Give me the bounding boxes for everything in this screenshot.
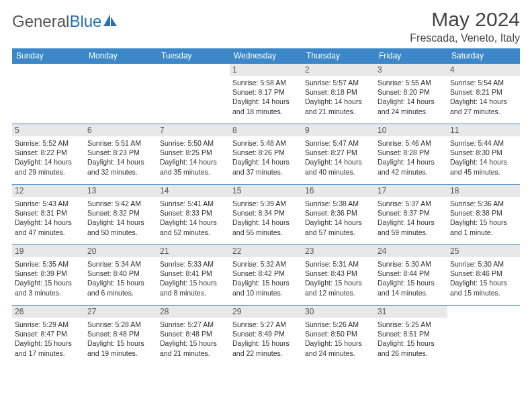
day-number: 9	[302, 124, 375, 136]
day-number: 21	[157, 245, 230, 257]
day-info: Sunrise: 5:28 AMSunset: 8:48 PMDaylight:…	[87, 320, 154, 358]
day-number: 24	[375, 245, 447, 257]
day-number: 5	[12, 124, 85, 136]
day-cell: 5Sunrise: 5:52 AMSunset: 8:22 PMDaylight…	[12, 124, 85, 185]
day-number: 16	[302, 185, 375, 197]
day-info: Sunrise: 5:54 AMSunset: 8:21 PMDaylight:…	[450, 78, 517, 116]
day-number: 13	[85, 185, 157, 197]
day-header: Tuesday	[157, 48, 230, 64]
day-cell: 21Sunrise: 5:33 AMSunset: 8:41 PMDayligh…	[157, 245, 230, 306]
day-number: 15	[230, 185, 302, 197]
week-row: 5Sunrise: 5:52 AMSunset: 8:22 PMDaylight…	[12, 124, 520, 185]
day-info: Sunrise: 5:33 AMSunset: 8:41 PMDaylight:…	[160, 259, 227, 298]
header: GeneralBlue May 2024 Frescada, Veneto, I…	[12, 8, 520, 44]
day-info: Sunrise: 5:47 AMSunset: 8:27 PMDaylight:…	[305, 138, 372, 177]
month-title: May 2024	[410, 8, 520, 31]
day-cell: 6Sunrise: 5:51 AMSunset: 8:23 PMDaylight…	[85, 124, 157, 185]
day-info: Sunrise: 5:27 AMSunset: 8:49 PMDaylight:…	[232, 320, 300, 358]
day-number: 17	[375, 185, 447, 197]
day-cell: 28Sunrise: 5:27 AMSunset: 8:48 PMDayligh…	[157, 306, 230, 366]
day-cell: 31Sunrise: 5:25 AMSunset: 8:51 PMDayligh…	[375, 306, 447, 366]
day-cell: 7Sunrise: 5:50 AMSunset: 8:25 PMDaylight…	[157, 124, 230, 185]
day-info: Sunrise: 5:31 AMSunset: 8:43 PMDaylight:…	[305, 259, 372, 298]
day-header: Thursday	[302, 48, 375, 64]
day-number: 22	[230, 245, 302, 257]
day-info: Sunrise: 5:39 AMSunset: 8:34 PMDaylight:…	[232, 199, 300, 237]
calendar-table: Sunday Monday Tuesday Wednesday Thursday…	[12, 48, 520, 366]
day-cell: 29Sunrise: 5:27 AMSunset: 8:49 PMDayligh…	[230, 306, 302, 366]
day-number: 18	[447, 185, 520, 197]
day-cell: 14Sunrise: 5:41 AMSunset: 8:33 PMDayligh…	[157, 185, 230, 245]
day-info: Sunrise: 5:48 AMSunset: 8:26 PMDaylight:…	[232, 138, 300, 177]
day-cell: .	[447, 306, 520, 366]
day-info: Sunrise: 5:44 AMSunset: 8:30 PMDaylight:…	[450, 138, 517, 177]
day-info: Sunrise: 5:50 AMSunset: 8:25 PMDaylight:…	[160, 138, 227, 177]
day-cell: 2Sunrise: 5:57 AMSunset: 8:18 PMDaylight…	[302, 64, 375, 124]
day-info: Sunrise: 5:42 AMSunset: 8:32 PMDaylight:…	[87, 199, 154, 237]
day-info: Sunrise: 5:58 AMSunset: 8:17 PMDaylight:…	[232, 78, 300, 116]
day-number: 23	[302, 245, 375, 257]
day-info: Sunrise: 5:34 AMSunset: 8:40 PMDaylight:…	[87, 259, 154, 298]
day-info: Sunrise: 5:51 AMSunset: 8:23 PMDaylight:…	[87, 138, 154, 177]
day-info: Sunrise: 5:32 AMSunset: 8:42 PMDaylight:…	[232, 259, 300, 298]
day-cell: 8Sunrise: 5:48 AMSunset: 8:26 PMDaylight…	[230, 124, 302, 185]
day-number: 14	[157, 185, 230, 197]
day-info: Sunrise: 5:57 AMSunset: 8:18 PMDaylight:…	[305, 78, 372, 116]
day-cell: .	[12, 64, 85, 124]
brand-part1: General	[12, 12, 69, 31]
week-row: ...1Sunrise: 5:58 AMSunset: 8:17 PMDayli…	[12, 64, 520, 124]
day-cell: 24Sunrise: 5:30 AMSunset: 8:44 PMDayligh…	[375, 245, 447, 306]
day-cell: 26Sunrise: 5:29 AMSunset: 8:47 PMDayligh…	[12, 306, 85, 366]
day-info: Sunrise: 5:30 AMSunset: 8:44 PMDaylight:…	[378, 259, 445, 298]
day-cell: 27Sunrise: 5:28 AMSunset: 8:48 PMDayligh…	[85, 306, 157, 366]
day-cell: 10Sunrise: 5:46 AMSunset: 8:28 PMDayligh…	[375, 124, 447, 185]
day-number: 8	[230, 124, 302, 136]
day-info: Sunrise: 5:43 AMSunset: 8:31 PMDaylight:…	[15, 199, 82, 237]
day-cell: .	[157, 64, 230, 124]
day-cell: 20Sunrise: 5:34 AMSunset: 8:40 PMDayligh…	[85, 245, 157, 306]
day-info: Sunrise: 5:30 AMSunset: 8:46 PMDaylight:…	[450, 259, 517, 298]
day-info: Sunrise: 5:36 AMSunset: 8:38 PMDaylight:…	[450, 199, 517, 237]
day-header: Friday	[375, 48, 447, 64]
day-number: 1	[230, 64, 302, 76]
day-number: 10	[375, 124, 447, 136]
day-number: 31	[375, 306, 447, 318]
day-number: 26	[12, 306, 85, 318]
day-cell: 19Sunrise: 5:35 AMSunset: 8:39 PMDayligh…	[12, 245, 85, 306]
day-number: 29	[230, 306, 302, 318]
day-cell: 22Sunrise: 5:32 AMSunset: 8:42 PMDayligh…	[230, 245, 302, 306]
day-info: Sunrise: 5:52 AMSunset: 8:22 PMDaylight:…	[15, 138, 82, 177]
day-cell: 12Sunrise: 5:43 AMSunset: 8:31 PMDayligh…	[12, 185, 85, 245]
day-number: 27	[85, 306, 157, 318]
day-number: 11	[447, 124, 520, 136]
title-block: May 2024 Frescada, Veneto, Italy	[410, 8, 520, 44]
day-cell: 18Sunrise: 5:36 AMSunset: 8:38 PMDayligh…	[447, 185, 520, 245]
day-header: Saturday	[447, 48, 520, 64]
day-info: Sunrise: 5:46 AMSunset: 8:28 PMDaylight:…	[378, 138, 445, 177]
brand-logo: GeneralBlue	[12, 8, 118, 31]
week-row: 12Sunrise: 5:43 AMSunset: 8:31 PMDayligh…	[12, 185, 520, 245]
day-number: 6	[85, 124, 157, 136]
week-row: 19Sunrise: 5:35 AMSunset: 8:39 PMDayligh…	[12, 245, 520, 306]
week-row: 26Sunrise: 5:29 AMSunset: 8:47 PMDayligh…	[12, 306, 520, 366]
day-cell: 13Sunrise: 5:42 AMSunset: 8:32 PMDayligh…	[85, 185, 157, 245]
day-number: 7	[157, 124, 230, 136]
day-header-row: Sunday Monday Tuesday Wednesday Thursday…	[12, 48, 520, 64]
day-number: 12	[12, 185, 85, 197]
day-number: 2	[302, 64, 375, 76]
day-cell: 3Sunrise: 5:55 AMSunset: 8:20 PMDaylight…	[375, 64, 447, 124]
day-number: 25	[447, 245, 520, 257]
day-info: Sunrise: 5:29 AMSunset: 8:47 PMDaylight:…	[15, 320, 82, 358]
day-header: Sunday	[12, 48, 85, 64]
day-info: Sunrise: 5:41 AMSunset: 8:33 PMDaylight:…	[160, 199, 227, 237]
sail-icon	[103, 12, 118, 31]
day-info: Sunrise: 5:26 AMSunset: 8:50 PMDaylight:…	[305, 320, 372, 358]
day-cell: 1Sunrise: 5:58 AMSunset: 8:17 PMDaylight…	[230, 64, 302, 124]
day-cell: 30Sunrise: 5:26 AMSunset: 8:50 PMDayligh…	[302, 306, 375, 366]
day-number: 3	[375, 64, 447, 76]
day-number: 30	[302, 306, 375, 318]
day-info: Sunrise: 5:38 AMSunset: 8:36 PMDaylight:…	[305, 199, 372, 237]
day-info: Sunrise: 5:55 AMSunset: 8:20 PMDaylight:…	[378, 78, 445, 116]
day-info: Sunrise: 5:37 AMSunset: 8:37 PMDaylight:…	[378, 199, 445, 237]
day-cell: 9Sunrise: 5:47 AMSunset: 8:27 PMDaylight…	[302, 124, 375, 185]
